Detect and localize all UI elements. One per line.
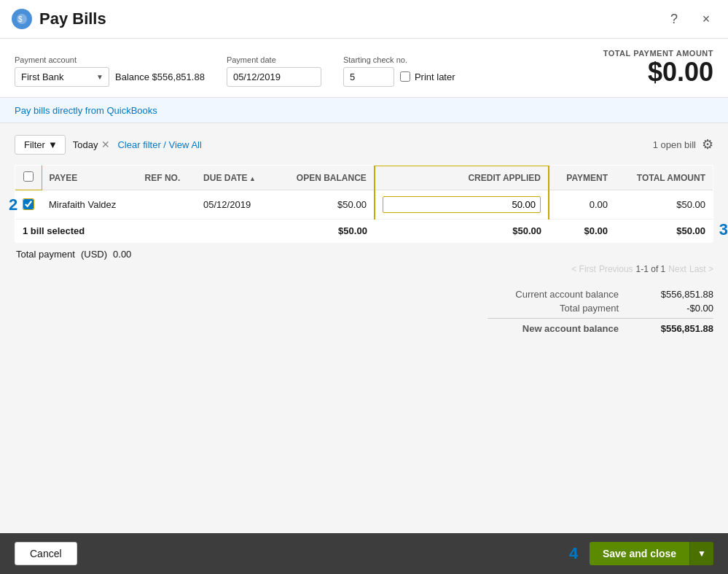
summary-empty2 <box>196 220 275 243</box>
checkbox-border <box>23 198 34 210</box>
current-balance-label: Current account balance <box>488 289 619 300</box>
filter-dropdown-icon: ▼ <box>48 139 58 150</box>
summary-empty <box>138 220 196 243</box>
select-all-checkbox[interactable] <box>23 171 34 182</box>
save-close-dropdown-button[interactable]: ▼ <box>689 542 713 565</box>
total-row: Total payment (USD) 0.00 <box>15 249 713 260</box>
chip-close-button[interactable]: ✕ <box>101 139 110 150</box>
open-bill-count: 1 open bill ⚙ <box>653 136 713 152</box>
summary-label: 1 bill selected <box>15 220 138 243</box>
help-button[interactable]: ? <box>664 9 684 29</box>
summary-total-amount: $50.00 <box>615 220 713 243</box>
payee-header: PAYEE <box>42 166 138 190</box>
last-page-btn[interactable]: Last > <box>689 264 713 274</box>
payment-account-select[interactable]: First Bank <box>15 67 109 87</box>
bill-table: PAYEE REF NO. DUE DATE OPEN BALANCE CRED… <box>15 165 713 244</box>
close-button[interactable]: × <box>696 9 716 29</box>
starting-check-label: Starting check no. <box>343 55 455 64</box>
qb-link[interactable]: Pay bills directly from QuickBooks <box>15 105 157 116</box>
total-payment-row: Total payment -$0.00 <box>488 303 713 314</box>
select-all-header <box>15 166 42 190</box>
print-later-checkbox[interactable] <box>400 71 410 82</box>
total-payment-currency: (USD) <box>81 249 107 260</box>
total-amount-header: TOTAL AMOUNT <box>615 166 713 190</box>
row-checkbox[interactable] <box>23 199 34 209</box>
total-payment-amount: $0.00 <box>603 58 713 87</box>
open-balance-header: OPEN BALANCE <box>275 166 375 190</box>
settings-button[interactable]: ⚙ <box>702 136 713 152</box>
filter-button[interactable]: Filter ▼ <box>15 135 66 155</box>
footer: Cancel 4 Save and close ▼ <box>0 533 728 574</box>
save-close-wrap: Save and close ▼ <box>590 542 713 565</box>
new-balance-value: $556,851.88 <box>641 323 713 334</box>
filter-label: Filter <box>24 139 45 150</box>
total-payment-label: Total payment <box>16 249 75 260</box>
open-bill-count-text: 1 open bill <box>653 139 696 150</box>
total-payment-wrap: TOTAL PAYMENT AMOUNT $0.00 <box>603 49 713 87</box>
print-later-wrap: Print later <box>400 71 455 82</box>
payment-account-label: Payment account <box>15 55 205 64</box>
clear-filter-link[interactable]: Clear filter / View All <box>117 139 201 150</box>
payment-date-label: Payment date <box>227 55 321 64</box>
payee-name: Mirafaith Valdez <box>49 199 116 210</box>
credit-applied-header: CREDIT APPLIED <box>375 166 549 190</box>
form-section: Payment account First Bank ▼ Balance $55… <box>0 39 728 98</box>
qb-link-section: Pay bills directly from QuickBooks <box>0 98 728 123</box>
balance-summary: Current account balance $556,851.88 Tota… <box>15 289 713 334</box>
print-later-label[interactable]: Print later <box>415 71 455 82</box>
summary-credit-applied: $50.00 <box>375 220 549 243</box>
svg-text:$: $ <box>18 15 23 23</box>
payment-date-input[interactable] <box>227 67 321 87</box>
page-range: 1-1 of 1 <box>636 264 666 274</box>
pagination: < First Previous 1-1 of 1 Next Last > <box>15 264 713 274</box>
open-balance-cell: $50.00 <box>275 190 375 220</box>
step-2-indicator: 2 <box>9 195 17 214</box>
current-balance-value: $556,851.88 <box>641 289 713 300</box>
starting-check-input[interactable] <box>343 67 394 87</box>
summary-open-balance: $50.00 <box>275 220 375 243</box>
filter-bar: Filter ▼ Today ✕ Clear filter / View All… <box>15 135 713 155</box>
payee-cell: Mirafaith Valdez <box>42 190 138 220</box>
payment-account-group: Payment account First Bank ▼ Balance $55… <box>15 55 205 87</box>
main-content: Filter ▼ Today ✕ Clear filter / View All… <box>0 123 728 533</box>
table-wrap: 2 3 PAYEE REF NO. DUE DATE OPEN BALANCE … <box>15 165 713 244</box>
table-row: Mirafaith Valdez 05/12/2019 $50.00 0.00 … <box>15 190 713 220</box>
header-actions: ? × <box>664 9 716 29</box>
summary-payment: $0.00 <box>549 220 615 243</box>
summary-row: 1 bill selected $50.00 $50.00 $0.00 $50.… <box>15 220 713 243</box>
credit-applied-input[interactable] <box>383 196 541 213</box>
save-close-button[interactable]: Save and close <box>590 542 689 565</box>
payment-header: PAYMENT <box>549 166 615 190</box>
app-icon: $ <box>12 9 32 29</box>
chip-label: Today <box>73 139 98 150</box>
page-title: Pay Bills <box>39 9 106 28</box>
first-page-btn[interactable]: < First <box>571 264 596 274</box>
cancel-button[interactable]: Cancel <box>15 542 77 565</box>
new-balance-row: New account balance $556,851.88 <box>488 318 713 334</box>
credit-applied-cell <box>375 190 549 220</box>
payment-cell: 0.00 <box>549 190 615 220</box>
row-checkbox-cell <box>15 190 42 220</box>
previous-page-btn[interactable]: Previous <box>599 264 633 274</box>
ref-no-cell <box>138 190 196 220</box>
step-3-indicator: 3 <box>719 220 728 239</box>
ref-no-header: REF NO. <box>138 166 196 190</box>
next-page-btn[interactable]: Next <box>668 264 686 274</box>
new-balance-label: New account balance <box>488 323 619 334</box>
starting-check-group: Starting check no. Print later <box>343 55 455 87</box>
total-payment-balance-label: Total payment <box>488 303 619 314</box>
due-date-header[interactable]: DUE DATE <box>196 166 275 190</box>
filter-chip-today: Today ✕ <box>73 139 111 150</box>
current-balance-row: Current account balance $556,851.88 <box>488 289 713 300</box>
total-payment-balance-value: -$0.00 <box>641 303 713 314</box>
step-4-indicator: 4 <box>569 544 578 563</box>
balance-text: Balance $556,851.88 <box>115 71 205 82</box>
payment-date-group: Payment date <box>227 55 321 87</box>
app-header: $ Pay Bills ? × <box>0 0 728 39</box>
due-date-cell: 05/12/2019 <box>196 190 275 220</box>
total-amount-cell: $50.00 <box>615 190 713 220</box>
title-wrap: $ Pay Bills <box>12 9 106 29</box>
total-payment-value: 0.00 <box>113 249 131 260</box>
